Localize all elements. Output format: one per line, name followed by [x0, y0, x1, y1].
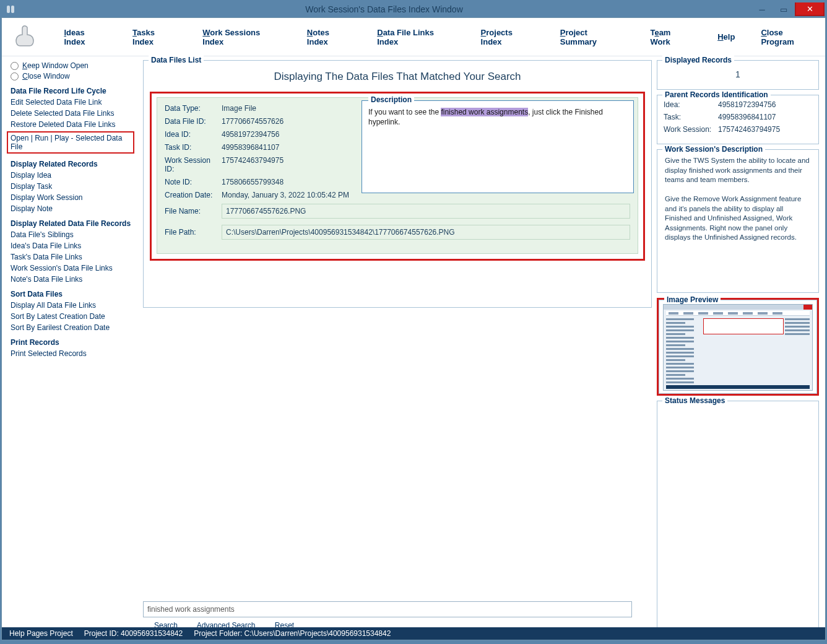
description-box: Description If you want to see the finis…	[362, 100, 634, 193]
data-files-list-fieldset: Data Files List Displaying The Data File…	[143, 60, 652, 308]
app-logo-icon	[11, 22, 41, 52]
menu-close-program[interactable]: Close Program	[761, 28, 816, 46]
description-text: If you want to see the finished work ass…	[368, 107, 627, 127]
description-highlight: finished work assignments	[441, 108, 528, 116]
data-files-list-title: Displaying The Data Files That Matched Y…	[150, 71, 645, 83]
app-logo-icon	[4, 3, 17, 15]
window-title: Work Session's Data Files Index Window	[17, 4, 751, 14]
sidebar-display-idea[interactable]: Display Idea	[11, 171, 136, 180]
label-idea-id: Idea ID:	[165, 130, 222, 139]
sidebar-heading-sort: Sort Data Files	[11, 290, 136, 298]
parent-records-fieldset: Parent Records Identification Idea:49581…	[657, 95, 819, 144]
displayed-records-fieldset: Displayed Records 1	[657, 60, 819, 90]
svg-rect-0	[7, 6, 10, 13]
status-messages-legend: Status Messages	[662, 396, 727, 405]
label-data-file-id: Data File ID:	[165, 117, 222, 126]
sidebar-sort-earliest[interactable]: Sort By Earilest Creation Date	[11, 323, 136, 332]
search-input-wrap	[143, 601, 632, 617]
value-idea-id: 49581972394756	[222, 130, 279, 139]
sidebar-heading-related-df: Display Related Data File Records	[11, 219, 136, 228]
status-messages-fieldset: Status Messages	[657, 401, 819, 630]
value-file-name: 177706674557626.PNG	[222, 204, 630, 219]
titlebar: Work Session's Data Files Index Window ─…	[1, 1, 826, 17]
parent-idea-label: Idea:	[664, 100, 718, 109]
sidebar-idea-dfl[interactable]: Idea's Data File Links	[11, 242, 136, 250]
keep-window-open-radio[interactable]: Keep Window Open	[11, 61, 136, 70]
sidebar-note-dfl[interactable]: Note's Data File Links	[11, 275, 136, 284]
label-data-type: Data Type:	[165, 104, 222, 113]
value-data-type: Image File	[222, 104, 256, 113]
svg-rect-1	[11, 6, 14, 13]
label-note-id: Note ID:	[165, 178, 222, 186]
value-file-path: C:\Users\Darren\Projects\400956931534842…	[222, 225, 630, 240]
search-input[interactable]	[144, 602, 631, 617]
menu-work-sessions-index[interactable]: Work Sessions Index	[202, 28, 281, 46]
ws-description-text: Give the TWS System the ability to locat…	[664, 155, 812, 286]
footer-project-folder: Project Folder: C:\Users\Darren\Projects…	[194, 629, 391, 638]
sidebar-ws-dfl[interactable]: Work Session's Data File Links	[11, 264, 136, 272]
sidebar-display-task[interactable]: Display Task	[11, 182, 136, 191]
status-bar: Help Pages Project Project ID: 400956931…	[2, 627, 825, 640]
image-preview-thumbnail[interactable]	[663, 304, 813, 391]
value-ws-id: 175742463794975	[222, 156, 284, 173]
label-file-path: File Path:	[165, 228, 222, 237]
menu-team-work[interactable]: Team Work	[650, 28, 691, 46]
label-ws-id: Work Session ID:	[165, 156, 222, 173]
menubar: Ideas Index Tasks Index Work Sessions In…	[2, 18, 825, 56]
displayed-records-value: 1	[664, 66, 812, 83]
menu-help[interactable]: Help	[717, 32, 735, 41]
value-task-id: 49958396841107	[222, 143, 279, 152]
menu-projects-index[interactable]: Projects Index	[481, 28, 534, 46]
value-creation-date: Monday, January 3, 2022 10:05:42 PM	[222, 191, 349, 199]
sidebar: Keep Window Open Close Window Data File …	[2, 56, 139, 632]
footer-help-pages[interactable]: Help Pages Project	[9, 629, 73, 638]
sidebar-heading-life-cycle: Data File Record Life Cycle	[11, 87, 136, 95]
sidebar-display-all[interactable]: Display All Data File Links	[11, 301, 136, 310]
sidebar-open-run-play[interactable]: Open | Run | Play - Selected Data File	[7, 131, 134, 154]
parent-task-label: Task:	[664, 113, 718, 121]
menu-tasks-index[interactable]: Tasks Index	[132, 28, 176, 46]
image-preview-highlight: Image Preview	[657, 298, 819, 396]
sidebar-restore-link[interactable]: Restore Deleted Data File Links	[11, 120, 136, 129]
sidebar-siblings[interactable]: Data File's Siblings	[11, 230, 136, 239]
image-preview-legend: Image Preview	[664, 295, 721, 304]
sidebar-edit-link[interactable]: Edit Selected Data File Link	[11, 98, 136, 107]
label-creation-date: Creation Date:	[165, 191, 222, 199]
menu-project-summary[interactable]: Project Summary	[560, 28, 625, 46]
parent-records-legend: Parent Records Identification	[662, 90, 771, 99]
close-window-radio[interactable]: Close Window	[11, 72, 136, 80]
image-preview-fieldset: Image Preview	[659, 300, 817, 394]
sidebar-heading-print: Print Records	[11, 338, 136, 347]
parent-task-value: 49958396841107	[718, 113, 776, 121]
parent-idea-value: 49581972394756	[718, 100, 776, 109]
value-data-file-id: 177706674557626	[222, 117, 284, 126]
close-button[interactable]: ✕	[795, 2, 825, 16]
menu-notes-index[interactable]: Notes Index	[307, 28, 351, 46]
sidebar-sort-latest[interactable]: Sort By Latest Creation Date	[11, 312, 136, 321]
menu-ideas-index[interactable]: Ideas Index	[64, 28, 106, 46]
parent-ws-label: Work Session:	[664, 125, 718, 134]
sidebar-display-note[interactable]: Display Note	[11, 204, 136, 213]
displayed-records-legend: Displayed Records	[662, 56, 734, 64]
sidebar-heading-related: Display Related Records	[11, 160, 136, 168]
sidebar-delete-link[interactable]: Delete Selected Data File Links	[11, 109, 136, 118]
parent-ws-value: 175742463794975	[718, 125, 780, 134]
ws-description-legend: Work Session's Description	[662, 145, 765, 154]
footer-project-id: Project ID: 400956931534842	[84, 629, 183, 638]
sidebar-display-work-session[interactable]: Display Work Session	[11, 193, 136, 202]
maximize-button[interactable]: ▭	[773, 2, 794, 16]
label-task-id: Task ID:	[165, 143, 222, 152]
sidebar-print-selected[interactable]: Print Selected Records	[11, 349, 136, 358]
menu-data-file-links-index[interactable]: Data File Links Index	[377, 28, 454, 46]
description-legend: Description	[368, 95, 414, 104]
value-note-id: 175806655799348	[222, 178, 284, 186]
ws-description-fieldset: Work Session's Description Give the TWS …	[657, 149, 819, 293]
data-files-list-legend: Data Files List	[149, 56, 204, 64]
label-file-name: File Name:	[165, 207, 222, 215]
sidebar-task-dfl[interactable]: Task's Data File Links	[11, 253, 136, 261]
record-panel[interactable]: Description If you want to see the finis…	[157, 97, 638, 254]
selected-record-highlight: Description If you want to see the finis…	[150, 92, 645, 261]
minimize-button[interactable]: ─	[751, 2, 773, 16]
